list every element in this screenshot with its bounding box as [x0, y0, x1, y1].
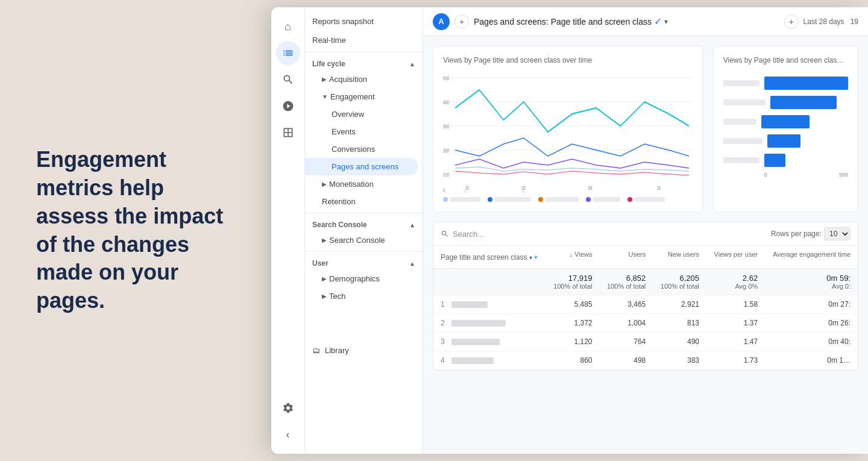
nav-retention[interactable]: Retention: [305, 193, 423, 210]
row-users-3: 764: [599, 333, 653, 351]
bar-chart-card: Views by Page title and screen clas…: [713, 46, 858, 212]
row-aet-3: 0m 40:: [765, 333, 858, 351]
bar-chart: [723, 72, 848, 167]
nav-search-icon[interactable]: [276, 67, 300, 92]
svg-text:300: 300: [443, 124, 449, 130]
table-toolbar: Search... Rows per page: 10 25 50: [433, 222, 858, 246]
nav-library[interactable]: 🗂 Library: [305, 341, 423, 360]
bar-label-2: [723, 99, 766, 105]
nav-chart-icon[interactable]: [276, 41, 300, 65]
row-num-2: 2: [441, 319, 445, 327]
section-life-cycle[interactable]: Life cycle ▲: [305, 55, 423, 71]
row-vpu-1: 1.58: [706, 295, 765, 314]
col-views-per-user[interactable]: Views per user ·······: [706, 246, 765, 269]
settings-icon[interactable]: [276, 396, 300, 420]
row-new-users-1: 2,921: [653, 295, 706, 314]
search-box: Search...: [441, 230, 766, 239]
row-new-users-2: 813: [653, 314, 706, 333]
svg-text:500: 500: [443, 75, 449, 82]
section-user[interactable]: User ▲: [305, 254, 423, 270]
bar-row-5: [723, 154, 848, 167]
legend-item-2: [488, 197, 531, 202]
table-row: 1 5,485 3,465 2,921 1.58 0m 27:: [433, 295, 858, 314]
icon-sidebar-bottom: ‹: [276, 396, 300, 454]
engagement-expand-icon: ▼: [322, 93, 328, 100]
search-console-expand-icon: ▲: [409, 222, 415, 228]
nav-demographics[interactable]: ▶ Demographics: [305, 270, 423, 287]
nav-conversions[interactable]: Conversions: [305, 140, 423, 158]
bar-fill-2: [770, 96, 837, 109]
legend-label-5: [635, 197, 665, 202]
charts-row: Views by Page title and screen class ove…: [433, 46, 858, 212]
search-icon: [441, 230, 449, 238]
chart-legend: [443, 197, 693, 202]
monetisation-expand-icon: ▶: [322, 181, 327, 187]
nav-table-icon[interactable]: [276, 121, 300, 145]
nav-overview[interactable]: Overview: [305, 105, 423, 123]
app-container: ⌂ ‹ Reports snapshot Real-time: [271, 7, 868, 454]
legend-dot-1: [443, 197, 448, 202]
collapse-icon[interactable]: ‹: [276, 422, 300, 447]
total-vpu: 2.62: [714, 274, 758, 283]
line-chart-card: Views by Page title and screen class ove…: [433, 46, 703, 212]
rows-per-page-select[interactable]: 10 25 50: [824, 227, 851, 240]
table-row: 3 1,120 764 490 1.47 0m 40:: [433, 333, 858, 351]
nav-engagement[interactable]: ▼ Engagement: [305, 88, 423, 105]
date-range: Last 28 days 19: [804, 17, 858, 26]
add-comparison-button[interactable]: +: [784, 14, 799, 29]
nav-tech[interactable]: ▶ Tech: [305, 287, 423, 305]
row-aet-1: 0m 27:: [765, 295, 858, 314]
nav-monetisation[interactable]: ▶ Monetisation: [305, 175, 423, 193]
col-add-icon[interactable]: +: [534, 253, 538, 262]
page-title: Pages and screens: Page title and screen…: [474, 17, 652, 27]
nav-events[interactable]: Events: [305, 123, 423, 140]
bar-label-3: [723, 119, 756, 125]
legend-item-5: [627, 197, 665, 202]
svg-text:Sept: Sept: [463, 190, 471, 192]
row-views-3: 1,120: [546, 333, 600, 351]
nav-home-icon[interactable]: ⌂: [276, 14, 300, 39]
svg-text:200: 200: [443, 148, 449, 154]
section-search-console[interactable]: Search Console ▲: [305, 216, 423, 231]
total-views: 17,919: [553, 274, 593, 283]
col-new-users[interactable]: New users ·······: [653, 246, 706, 269]
acquisition-expand-icon: ▶: [322, 76, 327, 83]
total-views-pct: 100% of total: [553, 283, 593, 290]
row-num-3: 3: [441, 337, 445, 346]
row-aet-2: 0m 26:: [765, 314, 858, 333]
legend-dot-3: [538, 197, 543, 202]
total-vpu-sub: Avg 0%: [714, 283, 758, 290]
col-avg-engagement[interactable]: Average engagement time ·······: [765, 246, 858, 269]
row-vpu-3: 1.47: [706, 333, 765, 351]
add-tab-button[interactable]: +: [454, 14, 469, 29]
row-name-4: [451, 357, 494, 364]
row-new-users-3: 490: [653, 333, 706, 351]
svg-text:09: 09: [588, 185, 593, 192]
avatar: A: [433, 13, 450, 30]
row-vpu-2: 1.37: [706, 314, 765, 333]
col-views[interactable]: ↓ Views ·······: [546, 246, 600, 269]
nav-reports-snapshot[interactable]: Reports snapshot: [305, 12, 423, 31]
totals-row: 17,919 100% of total 6,852 100% of total…: [433, 269, 858, 295]
total-new-users: 6,205: [660, 274, 699, 283]
nav-real-time[interactable]: Real-time: [305, 31, 423, 49]
col-users[interactable]: Users ·······: [599, 246, 653, 269]
search-placeholder[interactable]: Search...: [453, 230, 484, 239]
hero-heading: Engagement metrics help assess the impac…: [36, 146, 235, 315]
row-aet-4: 0m 1…: [765, 351, 858, 370]
nav-acquisition[interactable]: ▶ Acquisition: [305, 71, 423, 88]
legend-dot-5: [627, 197, 632, 202]
legend-item-4: [586, 197, 620, 202]
svg-text:0: 0: [443, 187, 445, 192]
svg-text:100: 100: [443, 172, 449, 178]
nav-pages-screens[interactable]: Pages and screens: [305, 158, 418, 175]
col-page-title[interactable]: Page title and screen class ▾ +: [441, 253, 538, 262]
dropdown-icon[interactable]: ▾: [664, 17, 668, 26]
main-content: A + Pages and screens: Page title and sc…: [423, 7, 868, 454]
nav-realtime-icon[interactable]: [276, 94, 300, 118]
bar-fill-1: [764, 77, 848, 90]
nav-search-console[interactable]: ▶ Search Console: [305, 231, 423, 249]
bar-label-4: [723, 138, 763, 144]
verified-icon: ✓: [654, 16, 662, 27]
life-cycle-expand-icon: ▲: [409, 61, 415, 67]
